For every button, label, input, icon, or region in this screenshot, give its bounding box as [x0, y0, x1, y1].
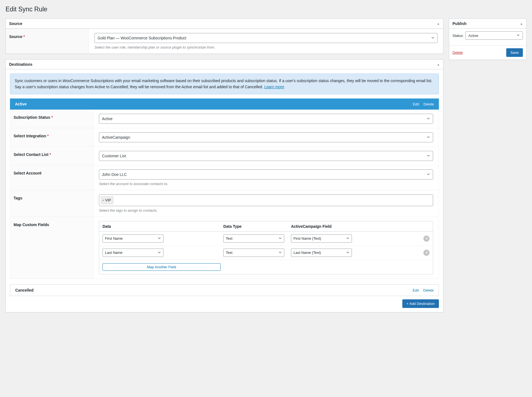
destinations-info-text: Sync customers or users in WooCommerce S…	[15, 79, 432, 89]
toggle-icon[interactable]: ▲	[437, 63, 440, 66]
account-label: Select Account	[10, 165, 93, 190]
account-help-text: Select the account to associate contacts…	[99, 182, 433, 186]
chevron-down-icon	[158, 251, 161, 255]
source-help-text: Select the user role, membership plan or…	[94, 45, 438, 49]
chevron-down-icon	[278, 251, 282, 255]
account-select[interactable]: John Doe LLC	[99, 170, 433, 179]
select-value: Text	[226, 251, 232, 255]
source-metabox: Source ▲ Source * Gold Plan — WooCommerc…	[6, 19, 443, 54]
select-value: ActiveCampaign	[102, 135, 130, 140]
cf-type-select[interactable]: Text	[223, 249, 284, 257]
page-title: Edit Sync Rule	[6, 6, 526, 13]
remove-row-icon[interactable]: ✕	[423, 236, 429, 242]
chevron-down-icon	[346, 236, 349, 241]
learn-more-link[interactable]: Learn more	[264, 85, 284, 89]
destination-cancelled-header[interactable]: Cancelled Edit Delete	[10, 284, 439, 296]
publish-metabox: Publish ▲ Status: Active Delete Save	[449, 19, 526, 60]
select-value: John Doe LLC	[102, 172, 127, 177]
select-value: First Name	[105, 236, 123, 241]
map-custom-fields-label: Map Custom Fields	[10, 217, 93, 279]
chevron-down-icon	[278, 236, 282, 241]
cf-type-select[interactable]: Text	[223, 234, 284, 243]
destinations-info: Sync customers or users in WooCommerce S…	[10, 74, 439, 94]
select-value: Customer List	[102, 154, 126, 158]
tags-input[interactable]: × VIP	[99, 194, 433, 206]
destination-edit-link[interactable]: Edit	[413, 288, 419, 292]
custom-field-row: Last Name Text Last Name (	[99, 246, 433, 260]
destination-active-header: Active Edit Delete	[10, 98, 439, 110]
chevron-down-icon	[427, 172, 430, 177]
label-text: Select Contact List	[14, 152, 48, 157]
custom-fields-table: Data Data Type ActiveCampaign Field Firs…	[99, 221, 433, 274]
chevron-down-icon	[158, 236, 161, 241]
destination-cancelled-title: Cancelled	[15, 288, 34, 292]
destination-active-title: Active	[15, 102, 27, 106]
chevron-down-icon	[431, 36, 434, 40]
contact-list-label: Select Contact List *	[10, 147, 93, 165]
select-value: First Name (Text)	[293, 236, 321, 241]
destinations-heading: Destinations	[9, 62, 32, 67]
chevron-down-icon	[427, 117, 430, 121]
publish-status-label: Status:	[452, 34, 464, 38]
select-value: Active	[468, 34, 478, 38]
remove-tag-icon[interactable]: ×	[102, 199, 104, 202]
chevron-down-icon	[516, 34, 520, 38]
label-text: Subscription Status	[14, 115, 50, 120]
select-value: Active	[102, 117, 112, 121]
cf-field-select[interactable]: Last Name (Text)	[291, 249, 352, 257]
select-value: Last Name (Text)	[293, 251, 321, 255]
save-button[interactable]: Save	[506, 48, 523, 57]
chevron-down-icon	[346, 251, 349, 255]
cf-data-select[interactable]: Last Name	[103, 249, 163, 257]
tags-help-text: Select the tags to assign to contacts.	[99, 208, 433, 213]
destinations-metabox: Destinations ▲ Sync customers or users i…	[6, 59, 443, 312]
source-heading: Source	[9, 21, 22, 26]
cf-header-data: Data	[103, 224, 221, 229]
select-value: Last Name	[105, 251, 122, 255]
integration-select[interactable]: ActiveCampaign	[99, 132, 433, 142]
contact-list-select[interactable]: Customer List	[99, 151, 433, 161]
destination-delete-link[interactable]: Delete	[423, 288, 434, 292]
chevron-down-icon	[427, 154, 430, 158]
custom-field-row: First Name Text First Name	[99, 232, 433, 246]
toggle-icon[interactable]: ▲	[437, 22, 440, 25]
cf-header-field: ActiveCampaign Field	[291, 224, 397, 229]
remove-row-icon[interactable]: ✕	[423, 250, 429, 256]
publish-status-select[interactable]: Active	[465, 31, 523, 40]
tags-label: Tags	[10, 190, 93, 217]
source-label-text: Source	[9, 34, 22, 39]
subscription-status-label: Subscription Status *	[10, 110, 93, 128]
source-select[interactable]: Gold Plan — WooCommerce Subscriptions Pr…	[94, 33, 438, 43]
cf-header-type: Data Type	[223, 224, 288, 229]
delete-link[interactable]: Delete	[452, 50, 463, 55]
source-select-value: Gold Plan — WooCommerce Subscriptions Pr…	[98, 36, 186, 40]
publish-heading: Publish	[452, 21, 467, 26]
cf-data-select[interactable]: First Name	[103, 234, 163, 243]
integration-label: Select Integration *	[10, 128, 93, 146]
tag-chip: × VIP	[101, 196, 113, 204]
required-mark: *	[51, 115, 53, 120]
map-another-field-button[interactable]: Map Another Field	[103, 263, 221, 271]
tag-label: VIP	[105, 198, 111, 202]
add-destination-button[interactable]: + Add Destination	[402, 299, 439, 308]
cf-field-select[interactable]: First Name (Text)	[291, 234, 352, 243]
destination-delete-link[interactable]: Delete	[423, 102, 434, 106]
chevron-down-icon	[427, 135, 430, 140]
toggle-icon[interactable]: ▲	[520, 22, 523, 25]
source-label: Source *	[6, 29, 89, 54]
destination-edit-link[interactable]: Edit	[413, 102, 419, 106]
required-mark: *	[23, 34, 25, 39]
subscription-status-select[interactable]: Active	[99, 114, 433, 124]
label-text: Select Integration	[14, 134, 46, 138]
required-mark: *	[50, 152, 51, 157]
required-mark: *	[47, 134, 48, 138]
select-value: Text	[226, 236, 232, 241]
